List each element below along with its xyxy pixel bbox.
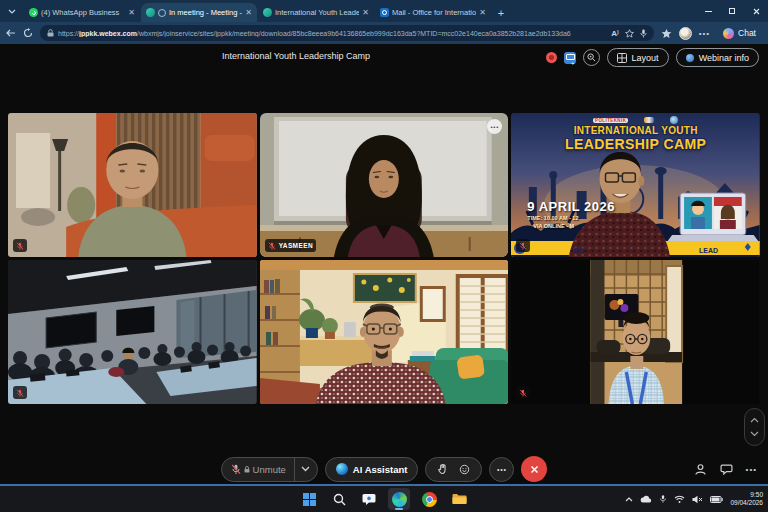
copilot-icon	[723, 28, 734, 39]
browser-profile-avatar[interactable]	[679, 27, 692, 40]
tab-close-icon[interactable]: ✕	[128, 8, 135, 17]
screen: (4) WhatsApp Business ✕ In meeting - Mee…	[0, 0, 768, 512]
tab-search-button[interactable]	[1, 2, 23, 20]
ai-assistant-button[interactable]: AI Assistant	[325, 457, 419, 482]
layout-button[interactable]: Layout	[607, 48, 669, 67]
tray-chevron-up-icon[interactable]	[625, 497, 633, 502]
unmute-label: Unmute	[253, 464, 286, 475]
video-feed	[511, 260, 760, 404]
panel-buttons: •••	[694, 456, 757, 482]
reactions-button[interactable]	[459, 464, 470, 475]
folder-icon	[452, 493, 467, 505]
browser-menu-button[interactable]: •••	[699, 29, 710, 38]
video-tile-2-yasmeen[interactable]: ••• YASMEEN	[260, 113, 509, 257]
video-feed	[260, 113, 509, 257]
more-options-button[interactable]: •••	[489, 457, 514, 482]
close-button[interactable]	[744, 0, 768, 22]
lock-icon	[244, 466, 250, 473]
battery-icon[interactable]	[710, 496, 723, 503]
webinar-info-button[interactable]: Webinar info	[676, 48, 759, 67]
muted-mic-badge	[516, 386, 530, 399]
taskbar-search-button[interactable]	[328, 488, 350, 510]
tab-webex-event[interactable]: International Youth Leadership Ca ✕	[258, 3, 374, 22]
raise-hand-button[interactable]	[437, 463, 448, 475]
refresh-icon	[23, 28, 33, 38]
maximize-button[interactable]	[720, 0, 744, 22]
video-grid: ••• YASMEEN	[8, 113, 760, 404]
back-button[interactable]	[6, 29, 16, 37]
windows-taskbar: 9:50 09/04/2026	[0, 486, 768, 512]
tab-webex-meeting[interactable]: In meeting - Meeting - Webex ✕	[141, 3, 257, 22]
taskbar-edge-button[interactable]	[388, 488, 410, 510]
zoom-view-button[interactable]	[583, 49, 600, 66]
tab-close-icon[interactable]: ✕	[362, 8, 369, 17]
video-tile-4-classroom[interactable]	[8, 260, 257, 404]
refresh-button[interactable]	[23, 28, 33, 38]
video-feed	[8, 113, 257, 257]
favorites-bar-icon[interactable]	[661, 28, 672, 39]
ai-assistant-label: AI Assistant	[353, 464, 408, 475]
mic-muted-icon	[16, 242, 24, 250]
browser-nav-bar: https://jppkk.webex.com/wbxmjs/joinservi…	[0, 22, 768, 44]
taskbar-chrome-button[interactable]	[418, 488, 440, 510]
poster-banner-left: CO	[573, 247, 584, 254]
tab-media-indicator-icon	[158, 9, 166, 17]
voice-search-icon[interactable]	[640, 29, 647, 38]
new-tab-button[interactable]: +	[492, 7, 510, 19]
wifi-icon[interactable]	[674, 495, 685, 503]
page-down-button[interactable]	[750, 431, 759, 437]
onedrive-cloud-icon[interactable]	[640, 495, 652, 503]
muted-mic-badge	[13, 386, 27, 399]
chrome-icon	[422, 492, 437, 507]
tab-close-icon[interactable]: ✕	[479, 8, 486, 17]
video-tile-5[interactable]	[260, 260, 509, 404]
participant-name-badge: YASMEEN	[265, 239, 316, 252]
recording-indicator-icon	[546, 52, 557, 63]
tab-close-icon[interactable]: ✕	[245, 8, 252, 17]
mic-muted-icon	[519, 389, 527, 397]
webex-icon	[146, 8, 155, 17]
clock-time: 9:50	[730, 491, 763, 499]
video-tile-1[interactable]	[8, 113, 257, 257]
start-button[interactable]	[298, 488, 320, 510]
magnifier-icon	[587, 53, 596, 62]
participant-name: YASMEEN	[279, 242, 313, 249]
system-tray: 9:50 09/04/2026	[625, 491, 768, 508]
tab-label: International Youth Leadership Ca	[275, 8, 359, 17]
video-tile-6[interactable]	[511, 260, 760, 404]
more-panels-button[interactable]: •••	[746, 465, 757, 474]
apps-panel-icon[interactable]	[564, 52, 576, 64]
participants-button[interactable]	[694, 463, 707, 476]
video-tile-3-poster[interactable]: POLITEKNIK INTERNATIONAL YOUTH LEADERSHI…	[511, 113, 760, 257]
poster-title-line1: INTERNATIONAL YOUTH	[511, 125, 760, 136]
taskbar-chat-button[interactable]	[358, 488, 380, 510]
volume-muted-icon[interactable]	[692, 495, 703, 504]
ai-assistant-icon	[336, 463, 348, 475]
audio-options-button[interactable]	[295, 458, 317, 481]
favorite-star-icon[interactable]	[625, 29, 634, 38]
video-feed	[8, 260, 257, 404]
webex-icon	[263, 8, 272, 17]
read-aloud-icon[interactable]: A)	[611, 29, 618, 38]
leave-meeting-button[interactable]	[521, 456, 547, 482]
minimize-button[interactable]	[696, 0, 720, 22]
chat-label: Chat	[738, 28, 756, 38]
page-up-button[interactable]	[750, 417, 759, 423]
address-bar[interactable]: https://jppkk.webex.com/wbxmjs/joinservi…	[40, 25, 654, 41]
tab-whatsapp[interactable]: (4) WhatsApp Business ✕	[24, 3, 140, 22]
tab-label: Mail - Office for International Affa	[392, 8, 476, 17]
taskbar-file-explorer-button[interactable]	[448, 488, 470, 510]
meeting-control-bar: Unmute AI Assistant •••	[0, 454, 768, 484]
taskbar-clock[interactable]: 9:50 09/04/2026	[730, 491, 763, 508]
outlook-icon	[380, 8, 389, 17]
layout-label: Layout	[632, 53, 659, 63]
copilot-chat-button[interactable]: Chat	[717, 26, 762, 41]
chat-panel-button[interactable]	[720, 463, 733, 476]
windows-logo-icon	[303, 493, 316, 506]
unmute-button[interactable]: Unmute	[221, 457, 318, 482]
poster-time: TIME: 10.00 AM - 12	[527, 215, 578, 221]
lock-icon	[47, 29, 54, 37]
tab-mail[interactable]: Mail - Office for International Affa ✕	[375, 3, 491, 22]
reactions-group	[425, 457, 482, 482]
mic-in-use-icon[interactable]	[659, 494, 667, 504]
